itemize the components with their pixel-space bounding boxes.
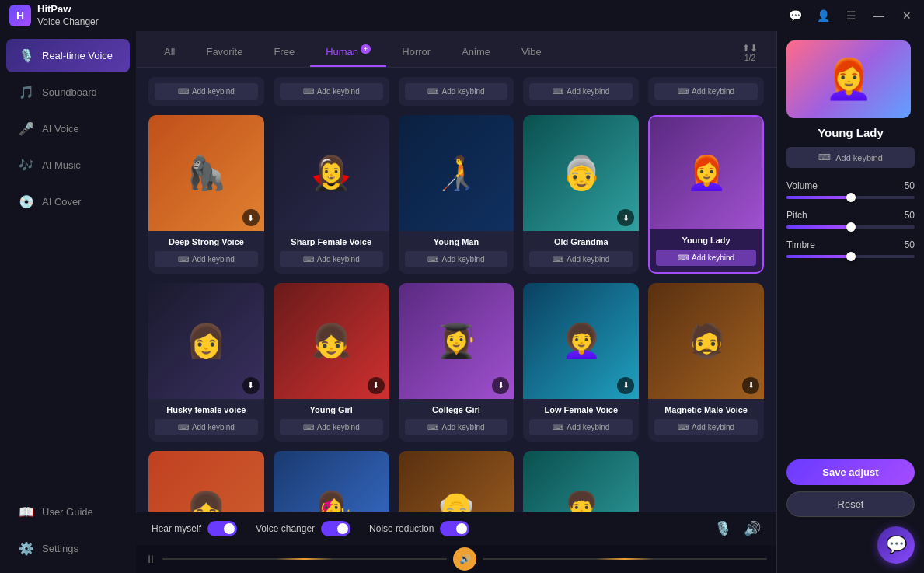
sidebar-item-soundboard[interactable]: 🎵 Soundboard — [6, 75, 130, 109]
voice-card-deep-strong[interactable]: 🦍 ⬇ Deep Strong Voice ⌨ Add keybind — [148, 115, 264, 274]
add-keybind-young-lady[interactable]: ⌨ Add keybind — [656, 250, 756, 266]
add-keybind-btn-2[interactable]: ⌨ Add keybind — [280, 83, 383, 100]
voice-changer-group: Voice changer — [256, 521, 350, 536]
add-keybind-low-female[interactable]: ⌨ Add keybind — [529, 419, 633, 435]
voice-card-young-girl[interactable]: 👧 ⬇ Young Girl ⌨ Add keybind — [274, 283, 389, 442]
tab-human[interactable]: Human+ — [310, 37, 386, 67]
preview-keybind-btn[interactable]: ⌨ Add keybind — [786, 147, 915, 168]
ai-voice-icon: 🎤 — [19, 121, 34, 136]
bottom-bar: Hear myself Voice changer Noise reductio… — [136, 512, 776, 545]
sidebar-item-realtime-voice[interactable]: 🎙️ Real-time Voice — [6, 39, 130, 72]
keybind-placeholder-1: ⌨ Add keybind — [148, 77, 264, 106]
tab-vibe[interactable]: Vibe — [506, 38, 557, 67]
voice-card-low-female[interactable]: 👩‍🦱 ⬇ Low Female Voice ⌨ Add keybind — [523, 283, 639, 442]
ai-music-icon: 🎶 — [19, 158, 34, 173]
add-keybind-btn-4[interactable]: ⌨ Add keybind — [529, 83, 633, 100]
voice-grid-row2: 👩 ⬇ Husky female voice ⌨ Add keybind 👧 ⬇ — [148, 283, 764, 442]
add-keybind-magnetic-male[interactable]: ⌨ Add keybind — [654, 419, 758, 435]
voice-card-name-young-girl: Young Girl — [280, 405, 383, 414]
add-keybind-deep-strong[interactable]: ⌨ Add keybind — [155, 251, 258, 267]
voice-card-young-lady[interactable]: 👩‍🦰 Young Lady ⌨ Add keybind — [648, 115, 764, 274]
microphone-bottom-icon[interactable]: 🎙️ — [714, 520, 731, 537]
volume-slider-group: Volume 50 — [786, 180, 915, 199]
waveform-left — [162, 558, 447, 560]
chat-fab[interactable]: 💬 — [877, 526, 915, 564]
voice-card-name-college-girl: College Girl — [405, 405, 508, 414]
voice-changer-toggle[interactable] — [321, 521, 350, 536]
noise-reduction-toggle[interactable] — [440, 521, 469, 536]
hear-myself-toggle[interactable] — [207, 521, 237, 536]
voice-card-name-low-female: Low Female Voice — [529, 405, 633, 414]
content-area: All Favorite Free Human+ Horror Anime Vi… — [136, 31, 776, 573]
voice-card-old-grandma[interactable]: 👵 ⬇ Old Grandma ⌨ Add keybind — [523, 115, 639, 274]
app-logo: H — [9, 5, 31, 26]
voice-card-young-man[interactable]: 🧑‍🦯 Young Man ⌨ Add keybind — [399, 115, 514, 274]
download-icon-deep-strong[interactable]: ⬇ — [242, 209, 260, 226]
tab-all[interactable]: All — [148, 38, 190, 67]
reset-button[interactable]: Reset — [786, 491, 915, 517]
preview-image: 👩‍🦰 — [786, 40, 911, 118]
download-icon-low-female[interactable]: ⬇ — [617, 377, 634, 394]
save-adjust-button[interactable]: Save adjust — [786, 459, 915, 485]
add-keybind-btn-3[interactable]: ⌨ Add keybind — [405, 83, 508, 100]
tab-horror[interactable]: Horror — [386, 38, 446, 67]
tab-anime[interactable]: Anime — [446, 38, 506, 67]
voice-card-name-husky-female: Husky female voice — [155, 405, 258, 414]
sidebar-item-ai-voice[interactable]: 🎤 AI Voice — [6, 112, 130, 145]
noise-reduction-group: Noise reduction — [369, 521, 469, 536]
tab-favorite[interactable]: Favorite — [190, 38, 258, 67]
voice-card-name-deep-strong: Deep Strong Voice — [155, 237, 258, 246]
pitch-slider-group: Pitch 50 — [786, 210, 915, 229]
add-keybind-college-girl[interactable]: ⌨ Add keybind — [405, 419, 508, 435]
main-layout: 🎙️ Real-time Voice 🎵 Soundboard 🎤 AI Voi… — [0, 31, 924, 573]
tabs-bar: All Favorite Free Human+ Horror Anime Vi… — [136, 31, 776, 68]
sidebar-item-settings[interactable]: ⚙️ Settings — [6, 532, 130, 565]
voice-card-old-man[interactable]: 👴 ⬇ Old Man ⌨ Add keybind — [399, 451, 514, 512]
add-keybind-old-grandma[interactable]: ⌨ Add keybind — [529, 251, 633, 267]
voice-card-sharp-female[interactable]: 🧛‍♀️ Sharp Female Voice ⌨ Add keybind — [274, 115, 389, 274]
tab-free[interactable]: Free — [258, 38, 310, 67]
add-keybind-young-girl[interactable]: ⌨ Add keybind — [280, 419, 383, 435]
sidebar-item-user-guide[interactable]: 📖 User Guide — [6, 495, 130, 529]
microphone-icon: 🎙️ — [19, 48, 34, 63]
add-keybind-sharp-female[interactable]: ⌨ Add keybind — [280, 251, 383, 267]
settings-icon: ⚙️ — [19, 541, 34, 556]
voice-grid-row3: 👧 ⬇ Cute Girl ⌨ Add keybind 👩‍🎤 ⬇ — [148, 451, 764, 512]
voice-card-magnetic-male[interactable]: 🧔 ⬇ Magnetic Male Voice ⌨ Add keybind — [648, 283, 764, 442]
add-keybind-young-man[interactable]: ⌨ Add keybind — [405, 251, 508, 267]
titlebar-icons: 💬 👤 ☰ — ✕ — [787, 8, 915, 23]
user-icon[interactable]: 👤 — [815, 8, 831, 23]
discord-icon[interactable]: 💬 — [787, 8, 803, 23]
voice-card-electronic-female[interactable]: 👩‍🎤 ⬇ Electronic Female ⌨ Add keybind — [274, 451, 389, 512]
tabs-pagination[interactable]: ⬆⬇ 1/2 — [736, 40, 764, 65]
volume-slider-track[interactable] — [786, 196, 915, 199]
add-keybind-btn-1[interactable]: ⌨ Add keybind — [155, 83, 258, 100]
close-icon[interactable]: ✕ — [899, 8, 915, 23]
add-keybind-btn-5[interactable]: ⌨ Add keybind — [654, 83, 758, 100]
sidebar-item-ai-cover[interactable]: 💿 AI Cover — [6, 185, 130, 218]
voice-card-cute-girl[interactable]: 👧 ⬇ Cute Girl ⌨ Add keybind — [148, 451, 264, 512]
waveform-bar: ⏸ 🔊 — [136, 545, 776, 573]
voice-card-deep-male[interactable]: 🧑‍🦱 ⬇ Deep Male Voice ⌨ Add keybind — [523, 451, 639, 512]
add-keybind-husky-female[interactable]: ⌨ Add keybind — [155, 419, 258, 435]
voice-card-name-old-grandma: Old Grandma — [529, 237, 633, 246]
download-icon-magnetic-male[interactable]: ⬇ — [742, 377, 759, 394]
bottom-icons: 🎙️ 🔊 — [714, 520, 761, 537]
download-icon-husky-female[interactable]: ⬇ — [242, 377, 260, 394]
speaker-bottom-icon[interactable]: 🔊 — [744, 520, 761, 537]
keybind-placeholder-4: ⌨ Add keybind — [523, 77, 639, 106]
download-icon-young-girl[interactable]: ⬇ — [368, 377, 385, 394]
keybind-placeholder-2: ⌨ Add keybind — [274, 77, 389, 106]
voice-card-college-girl[interactable]: 👩‍🎓 ⬇ College Girl ⌨ Add keybind — [399, 283, 514, 442]
timbre-slider-track[interactable] — [786, 255, 915, 258]
titlebar: H HitPaw Voice Changer 💬 👤 ☰ — ✕ — [0, 0, 924, 31]
voice-card-name-young-man: Young Man — [405, 237, 508, 246]
sidebar-item-ai-music[interactable]: 🎶 AI Music — [6, 148, 130, 182]
waveform-left-icon: ⏸ — [145, 553, 156, 565]
waveform-center[interactable]: 🔊 — [453, 547, 476, 571]
menu-icon[interactable]: ☰ — [843, 8, 859, 23]
right-panel: 👩‍🦰 Young Lady ⌨ Add keybind Volume 50 P… — [776, 31, 924, 573]
voice-card-husky-female[interactable]: 👩 ⬇ Husky female voice ⌨ Add keybind — [148, 283, 264, 442]
minimize-icon[interactable]: — — [871, 8, 887, 23]
pitch-slider-track[interactable] — [786, 225, 915, 229]
